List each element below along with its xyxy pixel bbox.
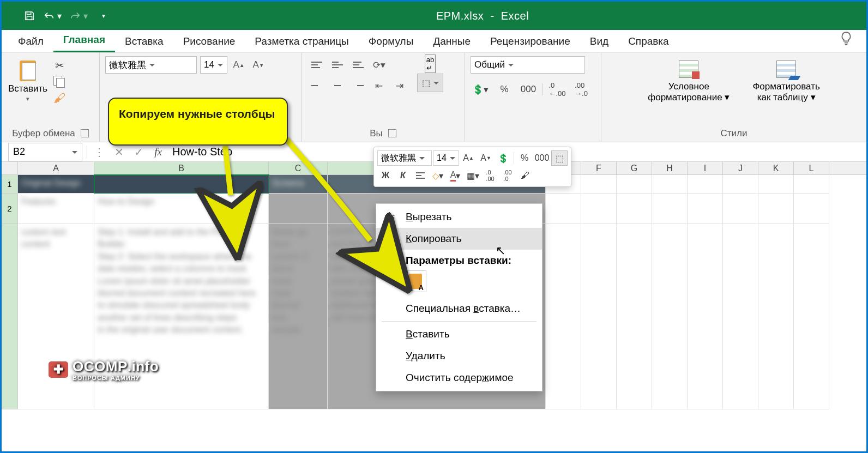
context-cut[interactable]: ✂ВВырезатьырезать [376,206,542,228]
cursor-icon: ↖ [496,244,505,258]
qat-customize-icon[interactable]: ▾ [102,12,105,20]
align-middle-icon[interactable] [328,56,347,74]
mini-percent-icon[interactable]: % [516,150,533,166]
mini-toolbar: 微软雅黑 14 A▲ A▼ 💲 % 000 ⬚ Ж К ◇▾ A▾ ▦▾ .0.… [373,147,571,187]
mini-inc-decimal-icon[interactable]: .0.00 [482,168,498,183]
context-menu: ✂ВВырезатьырезать Копировать 📋Параметры … [376,203,542,391]
copy-icon [384,232,398,245]
mini-merge-icon[interactable]: ⬚ [551,150,568,166]
wrap-text-icon[interactable]: ab↵ [422,56,438,71]
format-painter-icon[interactable]: 🖌 [52,91,67,105]
cut-icon[interactable]: ✂ [52,58,67,73]
col-header-i[interactable]: I [688,162,723,174]
title-bar: ▾ ▾ ▾ EPM.xlsx - Excel [2,2,866,30]
mini-dec-decimal-icon[interactable]: .00.0 [499,168,516,183]
tab-draw[interactable]: Рисование [173,31,245,52]
number-format-dropdown[interactable]: Общий [471,56,585,74]
group-label-clipboard: Буфер обмена [7,126,94,141]
select-all-corner[interactable] [2,162,18,174]
decrease-decimal-icon[interactable]: .00→.0 [571,81,591,98]
font-size-dropdown[interactable]: 14 [200,56,227,74]
watermark: ✚ OCOMP.infoВОПРОСЫ АДМИНУ [49,358,159,381]
col-header-c[interactable]: C [269,162,328,174]
percent-icon[interactable]: % [495,81,514,98]
align-bottom-icon[interactable] [348,56,368,74]
redo-button[interactable]: ▾ [69,10,88,21]
paste-icon [16,58,39,82]
increase-decimal-icon[interactable]: .0←.00 [547,81,567,98]
format-as-table-icon [774,58,798,80]
format-as-table-button[interactable]: Форматировать как таблицу ▾ [749,56,823,106]
confirm-icon[interactable]: ✓ [129,143,148,161]
mini-fill-icon[interactable]: ◇▾ [430,168,446,183]
mini-font-color-icon[interactable]: A▾ [447,168,463,183]
col-header-l[interactable]: L [794,162,829,174]
quick-access-toolbar: ▾ ▾ ▾ [23,10,105,22]
col-header-g[interactable]: G [617,162,652,174]
mini-italic-icon[interactable]: К [395,168,411,183]
fx-icon[interactable]: fx [148,143,168,161]
mini-decrease-font-icon[interactable]: A▼ [478,150,494,166]
mini-currency-icon[interactable]: 💲 [495,150,511,166]
col-header-k[interactable]: K [758,162,794,174]
currency-icon[interactable]: 💲▾ [471,81,490,98]
row-header-1[interactable]: 1 [2,175,18,194]
tab-formulas[interactable]: Формулы [359,31,424,52]
copy-icon[interactable] [52,75,67,89]
align-right-icon[interactable] [348,77,368,94]
conditional-formatting-icon [677,58,701,80]
mini-borders-icon[interactable]: ▦▾ [465,168,481,183]
tab-data[interactable]: Данные [423,31,480,52]
align-left-icon[interactable] [307,77,327,94]
paste-option-default[interactable] [405,270,426,292]
tab-home[interactable]: Главная [53,29,115,52]
context-paste-special[interactable]: Специальная вставка… [376,298,542,319]
ribbon-group-alignment: ⟳▾ ⇤ ⇥ ab↵ ⬚ Вы [302,53,465,142]
col-header-a[interactable]: A [18,162,94,174]
context-insert[interactable]: Вставить [376,323,542,345]
name-box[interactable]: B2 [8,143,82,161]
row-header-3[interactable] [2,224,18,409]
tab-layout[interactable]: Разметка страницы [245,31,358,52]
mini-bold-icon[interactable]: Ж [377,168,394,183]
increase-indent-icon[interactable]: ⇥ [390,77,409,94]
align-top-icon[interactable] [307,56,327,74]
tab-insert[interactable]: Вставка [115,31,173,52]
col-header-b[interactable]: B [94,162,269,174]
tab-file[interactable]: Файл [8,31,53,52]
mini-size-dropdown[interactable]: 14 [433,150,459,166]
context-clear[interactable]: Очистить содержимое [376,367,542,389]
row-header-2[interactable]: 2 [2,194,18,224]
mini-font-dropdown[interactable]: 微软雅黑 [377,150,432,166]
merge-cells-button[interactable]: ⬚ [417,74,443,92]
context-delete[interactable]: Удалить [376,345,542,367]
increase-font-icon[interactable]: A▲ [231,56,247,74]
context-copy[interactable]: Копировать [376,228,542,250]
tab-review[interactable]: Рецензирование [480,31,580,52]
mini-align-icon[interactable] [412,168,429,183]
col-header-h[interactable]: H [652,162,688,174]
col-header-f[interactable]: F [581,162,617,174]
mini-increase-font-icon[interactable]: A▲ [460,150,477,166]
mini-comma-icon[interactable]: 000 [534,150,550,166]
align-center-icon[interactable] [328,77,347,94]
tab-view[interactable]: Вид [580,31,618,52]
undo-button[interactable]: ▾ [43,10,62,21]
tell-me-icon[interactable] [833,26,860,52]
formula-bar-dropdown-icon[interactable]: ⋮ [89,143,109,161]
context-paste-heading: 📋Параметры вставки: [376,250,542,268]
col-header-j[interactable]: J [723,162,758,174]
orientation-icon[interactable]: ⟳▾ [369,56,389,74]
comma-icon[interactable]: 000 [519,81,538,98]
decrease-font-icon[interactable]: A▼ [250,56,267,74]
group-label-alignment: Вы [307,126,459,141]
cancel-icon[interactable]: ✕ [109,143,129,161]
paste-button[interactable]: Вставить ▾ [7,56,49,105]
mini-format-painter-icon[interactable]: 🖌 [517,168,533,183]
save-icon[interactable] [23,10,35,22]
conditional-formatting-button[interactable]: Условное форматирование ▾ [644,56,733,106]
svg-rect-0 [27,12,31,15]
decrease-indent-icon[interactable]: ⇤ [369,77,389,94]
font-name-dropdown[interactable]: 微软雅黑 [105,56,197,74]
tab-help[interactable]: Справка [618,31,679,52]
